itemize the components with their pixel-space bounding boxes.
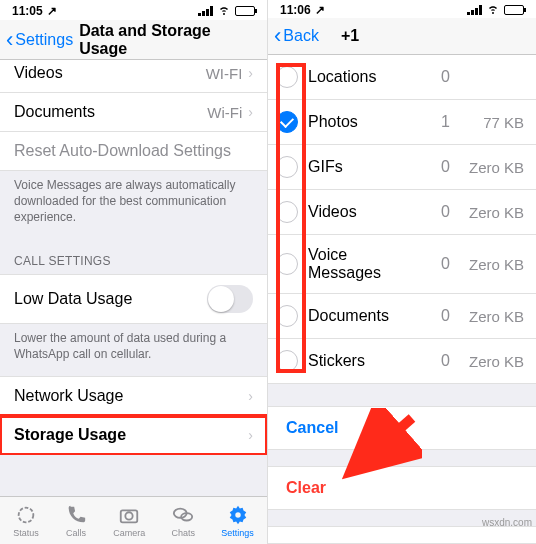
row-label: Videos xyxy=(14,64,63,82)
row-count: 0 xyxy=(424,307,450,325)
back-label: Settings xyxy=(15,31,73,49)
status-time: 11:06 xyxy=(280,3,311,17)
row-size: Zero KB xyxy=(460,204,524,221)
voice-messages-note: Voice Messages are always automatically … xyxy=(0,171,267,240)
row-label: Stickers xyxy=(308,352,414,370)
select-checkbox[interactable] xyxy=(276,156,298,178)
row-count: 0 xyxy=(424,352,450,370)
media-row-stickers[interactable]: Stickers0Zero KB xyxy=(268,339,536,384)
row-size: Zero KB xyxy=(460,256,524,273)
low-data-note: Lower the amount of data used during a W… xyxy=(0,324,267,376)
svg-point-2 xyxy=(126,512,133,519)
tab-settings[interactable]: Settings xyxy=(221,504,254,538)
signal-icon xyxy=(198,6,213,16)
nav-bar: ‹ Settings Data and Storage Usage xyxy=(0,20,267,60)
select-checkbox[interactable] xyxy=(276,66,298,88)
row-label: Network Usage xyxy=(14,387,123,405)
location-arrow-icon: ↗ xyxy=(315,3,325,17)
row-label: Voice Messages xyxy=(308,246,414,282)
row-size: Zero KB xyxy=(460,353,524,370)
row-label: Reset Auto-Download Settings xyxy=(14,142,231,160)
gear-icon xyxy=(227,504,249,526)
media-row-voice-messages[interactable]: Voice Messages0Zero KB xyxy=(268,235,536,294)
media-row-photos[interactable]: Photos177 KB xyxy=(268,100,536,145)
reset-auto-download-row[interactable]: Reset Auto-Download Settings xyxy=(0,132,267,171)
row-label: Documents xyxy=(308,307,414,325)
tab-chats[interactable]: Chats xyxy=(172,504,196,538)
storage-usage-row[interactable]: Storage Usage › xyxy=(0,416,267,455)
row-count: 0 xyxy=(424,68,450,86)
phone-icon xyxy=(65,504,87,526)
row-count: 0 xyxy=(424,255,450,273)
row-label: Locations xyxy=(308,68,414,86)
row-label: Documents xyxy=(14,103,95,121)
row-label: Videos xyxy=(308,203,414,221)
videos-row[interactable]: Videos WI-FI › xyxy=(0,60,267,93)
row-size: Zero KB xyxy=(460,159,524,176)
chevron-right-icon: › xyxy=(248,65,253,81)
tab-status[interactable]: Status xyxy=(13,504,39,538)
page-title: +1 xyxy=(341,27,359,45)
row-label: GIFs xyxy=(308,158,414,176)
row-size: Zero KB xyxy=(460,308,524,325)
chevron-right-icon: › xyxy=(248,104,253,120)
network-usage-row[interactable]: Network Usage › xyxy=(0,376,267,416)
page-title: Data and Storage Usage xyxy=(79,22,261,58)
wifi-icon xyxy=(217,4,231,19)
tab-bar: Status Calls Camera Chats Settings xyxy=(0,496,267,544)
tab-camera[interactable]: Camera xyxy=(113,504,145,538)
row-label: Photos xyxy=(308,113,414,131)
documents-row[interactable]: Documents Wi-Fi › xyxy=(0,93,267,132)
row-size: 77 KB xyxy=(460,114,524,131)
status-bar: 11:06 ↗ xyxy=(268,0,536,18)
tab-label: Settings xyxy=(221,528,254,538)
low-data-toggle[interactable] xyxy=(207,285,253,313)
empty-row xyxy=(268,526,536,544)
back-button[interactable]: ‹ Settings xyxy=(6,29,73,51)
media-row-documents[interactable]: Documents0Zero KB xyxy=(268,294,536,339)
tab-label: Chats xyxy=(172,528,196,538)
media-row-locations[interactable]: Locations0 xyxy=(268,55,536,100)
chevron-right-icon: › xyxy=(248,388,253,404)
row-count: 1 xyxy=(424,113,450,131)
watermark: wsxdn.com xyxy=(482,517,532,528)
row-count: 0 xyxy=(424,203,450,221)
camera-icon xyxy=(118,504,140,526)
svg-point-0 xyxy=(19,507,34,522)
right-screenshot: 11:06 ↗ ‹ Back +1 Locations0Photos177 KB… xyxy=(268,0,536,544)
signal-icon xyxy=(467,5,482,15)
tab-label: Camera xyxy=(113,528,145,538)
left-screenshot: 11:05 ↗ ‹ Settings Data and Storage Usag… xyxy=(0,0,268,544)
battery-icon xyxy=(235,6,255,16)
status-time: 11:05 xyxy=(12,4,43,18)
svg-point-6 xyxy=(235,512,241,518)
tab-calls[interactable]: Calls xyxy=(65,504,87,538)
select-checkbox[interactable] xyxy=(276,350,298,372)
battery-icon xyxy=(504,5,524,15)
media-row-videos[interactable]: Videos0Zero KB xyxy=(268,190,536,235)
nav-bar: ‹ Back +1 xyxy=(268,18,536,55)
clear-button[interactable]: Clear xyxy=(268,466,536,510)
select-checkbox[interactable] xyxy=(276,111,298,133)
row-value: Wi-Fi xyxy=(207,104,242,121)
row-value: WI-FI xyxy=(206,65,243,82)
cancel-button[interactable]: Cancel xyxy=(268,406,536,450)
select-checkbox[interactable] xyxy=(276,253,298,275)
status-icon xyxy=(15,504,37,526)
call-settings-header: CALL SETTINGS xyxy=(0,240,267,274)
row-count: 0 xyxy=(424,158,450,176)
row-label: Low Data Usage xyxy=(14,290,132,308)
row-label: Storage Usage xyxy=(14,426,126,444)
back-label: Back xyxy=(283,27,319,45)
chevron-right-icon: › xyxy=(248,427,253,443)
select-checkbox[interactable] xyxy=(276,305,298,327)
select-checkbox[interactable] xyxy=(276,201,298,223)
chevron-left-icon: ‹ xyxy=(274,25,281,47)
chevron-left-icon: ‹ xyxy=(6,29,13,51)
status-bar: 11:05 ↗ xyxy=(0,0,267,20)
wifi-icon xyxy=(486,3,500,18)
low-data-usage-row: Low Data Usage xyxy=(0,274,267,324)
location-arrow-icon: ↗ xyxy=(47,4,57,18)
back-button[interactable]: ‹ Back xyxy=(274,25,319,47)
media-row-gifs[interactable]: GIFs0Zero KB xyxy=(268,145,536,190)
